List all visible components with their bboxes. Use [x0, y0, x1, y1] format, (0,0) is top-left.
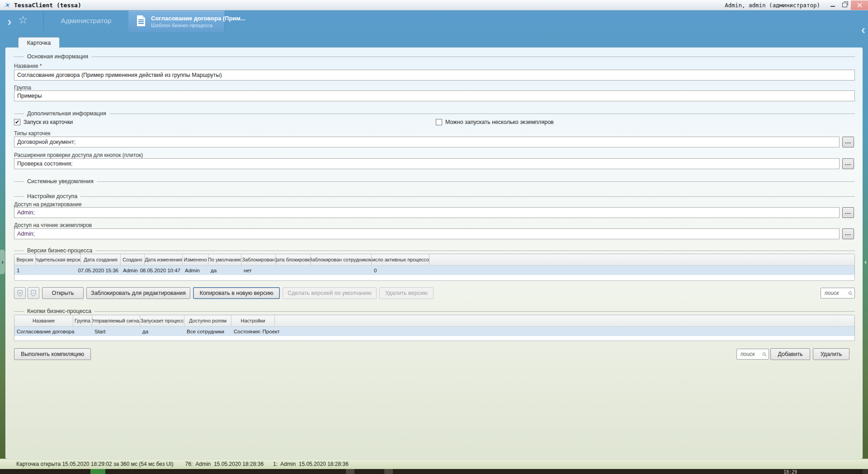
status-open-info: Карточка открыта 15.05.2020 18:29:02 за … — [16, 461, 174, 467]
checkbox-checked-icon: ✔ — [14, 119, 20, 125]
title-bar: TessaClient (tessa) Admin, admin (админи… — [0, 0, 868, 10]
restore-button[interactable] — [839, 0, 851, 10]
delete-version-button[interactable]: Удалить версию — [379, 287, 434, 299]
column-header-filler — [429, 254, 854, 265]
card-types-input[interactable]: Договорной документ; — [14, 137, 840, 147]
column-header[interactable]: По умолчанию — [208, 254, 241, 265]
versions-table-row[interactable]: 1 07.05.2020 15:36 Admin 08.05.2020 10:4… — [14, 265, 854, 275]
close-icon — [857, 3, 862, 8]
access-edit-input[interactable]: Admin; — [14, 207, 840, 218]
access-edit-select-button[interactable]: ... — [842, 207, 854, 218]
access-edit-label: Доступ на редактирование — [14, 201, 82, 208]
group-input[interactable]: Примеры — [14, 90, 855, 101]
versions-search-input[interactable] — [824, 289, 848, 297]
taskbar-segment — [384, 469, 393, 474]
versions-search-box[interactable] — [821, 288, 855, 299]
taskbar-clock: 18:29 — [783, 469, 797, 474]
make-default-version-button[interactable]: Сделать версией по умолчанию — [283, 287, 377, 299]
tab-card-label: Карточка — [27, 40, 51, 46]
search-icon — [848, 290, 853, 296]
document-icon — [137, 15, 146, 28]
column-header[interactable]: Заблокирован сотрудником — [311, 254, 372, 265]
section-title: Версии бизнес-процесса — [27, 247, 92, 254]
access-read-select-button[interactable]: ... — [842, 228, 854, 239]
column-header[interactable]: Заблокирован — [241, 254, 276, 265]
favorites-star-icon[interactable]: ☆ — [18, 14, 28, 26]
checkbox-multi-instance[interactable]: Можно запускать несколько экземпляров — [436, 118, 554, 126]
checkbox-unchecked-icon — [436, 119, 442, 125]
column-header[interactable]: Название — [14, 315, 73, 326]
left-panel-expander[interactable]: › — [0, 250, 5, 274]
section-header-main: Основная информация — [14, 53, 855, 60]
column-header[interactable]: Версия — [14, 254, 36, 265]
tab-card[interactable]: Карточка — [18, 37, 60, 48]
buttons-search-input[interactable] — [740, 351, 762, 358]
tab-administrator-label: Администратор — [61, 17, 112, 25]
chevron-right-icon: › — [1, 258, 4, 265]
taskbar-segment — [346, 469, 354, 474]
column-header[interactable]: Дата блокировки — [276, 254, 311, 265]
status-bar: Карточка открыта 15.05.2020 18:29:02 за … — [0, 459, 868, 469]
current-user-label: Admin, admin (администратор) — [725, 2, 820, 9]
tab-active-document[interactable]: Согласование договора (Прим... Шаблон би… — [128, 11, 225, 32]
column-header[interactable]: Дата создания — [81, 254, 121, 265]
section-header-notifications: Системные уведомления — [14, 178, 855, 185]
ellipsis-icon: ... — [845, 230, 851, 237]
versions-table: Версия Родительская версия Дата создания… — [14, 254, 855, 281]
active-tab-title: Согласование договора (Прим... — [151, 15, 245, 22]
section-title: Дополнительная информация — [27, 110, 106, 117]
column-header[interactable]: Родительская версия — [36, 254, 81, 265]
taskbar-green-segment — [90, 469, 105, 474]
window-title: TessaClient (tessa) — [14, 2, 81, 9]
chevron-left-icon: ‹ — [864, 258, 867, 265]
extensions-select-button[interactable]: ... — [842, 158, 854, 169]
close-button[interactable] — [851, 0, 868, 10]
lock-for-edit-button[interactable]: Заблокировать для редактирования — [86, 287, 190, 299]
column-header[interactable]: Группа — [73, 315, 92, 326]
card-types-select-button[interactable]: ... — [842, 137, 854, 147]
name-input[interactable]: Согласование договора (Пример применения… — [14, 70, 855, 81]
ellipsis-icon: ... — [845, 209, 851, 215]
delete-button[interactable]: Удалить — [813, 348, 849, 360]
copy-to-new-version-button[interactable]: Копировать в новую версию — [193, 287, 280, 299]
shield-plus-icon — [17, 290, 23, 297]
nav-back-button[interactable]: ‹ — [861, 23, 865, 37]
column-header[interactable]: Настройки — [231, 315, 275, 326]
column-header[interactable]: Доступно ролям — [184, 315, 231, 326]
extensions-input[interactable]: Проверка состояния; — [14, 158, 840, 169]
column-header[interactable]: Дата изменения — [145, 254, 183, 265]
column-header[interactable]: Изменено — [183, 254, 208, 265]
minimize-button[interactable] — [826, 0, 839, 10]
shield-minus-button[interactable] — [28, 287, 39, 299]
ellipsis-icon: ... — [845, 160, 851, 166]
column-header[interactable]: Число активных процессов — [372, 254, 429, 265]
right-panel-expander[interactable]: ‹ — [863, 250, 868, 274]
buttons-search-box[interactable] — [736, 349, 769, 360]
tab-administrator[interactable]: Администратор — [44, 10, 128, 32]
card-types-label: Типы карточек — [14, 130, 51, 137]
access-read-label: Доступ на чтение экземпляров — [14, 222, 92, 228]
active-tab-subtitle: Шаблон бизнес-процесса — [151, 22, 245, 28]
compile-button[interactable]: Выполнить компиляцию — [14, 348, 91, 360]
checkbox-card-launch[interactable]: ✔ Запуск из карточки — [14, 118, 73, 126]
section-header-buttons: Кнопки бизнес-процесса — [14, 308, 855, 314]
open-version-button[interactable]: Открыть — [42, 287, 84, 299]
column-header[interactable]: Создано — [121, 254, 145, 265]
minimize-icon — [830, 6, 835, 7]
shield-plus-button[interactable] — [14, 287, 26, 299]
tab-separator — [225, 11, 225, 32]
taskbar-segment — [863, 469, 868, 474]
os-taskbar: 18:29 — [0, 469, 868, 474]
column-header[interactable]: Отправляемый сигнал — [92, 315, 140, 326]
section-title: Настройки доступа — [27, 193, 77, 199]
process-buttons-table-row[interactable]: Согласование договора Start да Все сотру… — [14, 327, 854, 336]
section-title: Основная информация — [27, 53, 88, 60]
column-header[interactable]: Запускает процесс — [140, 315, 184, 326]
checkbox-card-launch-label: Запуск из карточки — [24, 119, 73, 125]
ellipsis-icon: ... — [845, 138, 851, 145]
group-field-label: Группа — [14, 85, 31, 91]
section-title: Системные уведомления — [27, 178, 94, 185]
nav-forward-button[interactable]: › — [4, 13, 15, 31]
add-button[interactable]: Добавить — [770, 348, 810, 360]
access-read-input[interactable]: Admin; — [14, 228, 840, 239]
